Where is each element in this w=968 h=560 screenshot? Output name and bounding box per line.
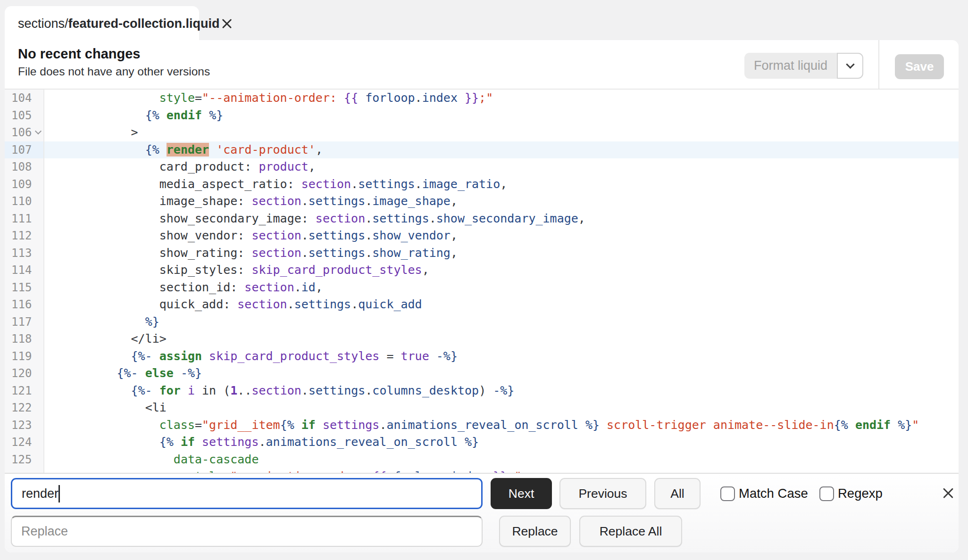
- code-line[interactable]: 107 {% render 'card-product',: [5, 141, 959, 159]
- code-line[interactable]: 105 {% endif %}: [5, 107, 959, 124]
- format-liquid-dropdown-button[interactable]: [837, 53, 863, 79]
- code-line[interactable]: 114 skip_styles: skip_card_product_style…: [5, 262, 959, 279]
- line-number: 117: [5, 313, 44, 331]
- code-line[interactable]: 120 {%- else -%}: [5, 365, 959, 382]
- code-line[interactable]: style="--animation-order: {{ forloop.ind…: [5, 468, 959, 473]
- next-button[interactable]: Next: [491, 478, 552, 509]
- find-replace-panel: Next Previous All Match Case Regexp Repl…: [5, 473, 959, 552]
- code-line-content[interactable]: {% render 'card-product',: [44, 141, 959, 159]
- code-line-content[interactable]: {%- for i in (1..section.settings.column…: [44, 382, 959, 400]
- replace-all-button[interactable]: Replace All: [579, 516, 682, 547]
- line-number: 125: [5, 451, 44, 469]
- line-number: 108: [5, 158, 44, 176]
- replace-input-wrap: [11, 516, 483, 547]
- line-number: 116: [5, 296, 44, 313]
- text-cursor: [58, 485, 60, 502]
- replace-input[interactable]: [11, 516, 483, 547]
- line-number: 106: [5, 124, 44, 141]
- line-number: [5, 468, 44, 473]
- code-line-content[interactable]: image_shape: section.settings.image_shap…: [44, 193, 959, 210]
- code-line[interactable]: 123 class="grid__item{% if settings.anim…: [5, 417, 959, 434]
- close-icon: [941, 486, 955, 500]
- match-case-checkbox[interactable]: [720, 486, 735, 501]
- code-line-content[interactable]: media_aspect_ratio: section.settings.ima…: [44, 176, 959, 193]
- save-button[interactable]: Save: [895, 54, 944, 79]
- code-line-content[interactable]: quick_add: section.settings.quick_add: [44, 296, 959, 313]
- code-line[interactable]: 112 show_vendor: section.settings.show_v…: [5, 227, 959, 245]
- search-input-wrap: [11, 478, 483, 509]
- code-line[interactable]: 108 card_product: product,: [5, 158, 959, 176]
- code-lines: 104 style="--animation-order: {{ forloop…: [5, 90, 959, 473]
- line-number: 120: [5, 365, 44, 382]
- line-number: 122: [5, 399, 44, 417]
- code-line[interactable]: 118 </li>: [5, 330, 959, 348]
- code-line[interactable]: 104 style="--animation-order: {{ forloop…: [5, 90, 959, 107]
- search-input[interactable]: [11, 478, 483, 509]
- line-number: 107: [5, 141, 44, 159]
- code-line-content[interactable]: {% if settings.animations_reveal_on_scro…: [44, 434, 959, 451]
- all-button[interactable]: All: [654, 478, 701, 509]
- previous-button[interactable]: Previous: [559, 478, 646, 509]
- line-number: 115: [5, 279, 44, 296]
- line-number: 111: [5, 210, 44, 228]
- code-line-content[interactable]: show_rating: section.settings.show_ratin…: [44, 245, 959, 262]
- regexp-label: Regexp: [838, 486, 883, 501]
- line-number: 121: [5, 382, 44, 400]
- code-line[interactable]: 116 quick_add: section.settings.quick_ad…: [5, 296, 959, 313]
- code-line-content[interactable]: {%- assign skip_card_product_styles = tr…: [44, 348, 959, 365]
- code-line[interactable]: 110 image_shape: section.settings.image_…: [5, 193, 959, 210]
- code-line-content[interactable]: {%- else -%}: [44, 365, 959, 382]
- header-divider: [878, 40, 879, 89]
- match-case-label: Match Case: [739, 486, 808, 501]
- regexp-option: Regexp: [819, 486, 883, 501]
- code-line-content[interactable]: skip_styles: skip_card_product_styles,: [44, 262, 959, 279]
- code-line-content[interactable]: <li: [44, 399, 959, 417]
- line-number: 118: [5, 330, 44, 348]
- code-line[interactable]: 109 media_aspect_ratio: section.settings…: [5, 176, 959, 193]
- search-panel-close[interactable]: [941, 486, 955, 500]
- line-number: 105: [5, 107, 44, 124]
- code-line-content[interactable]: {% endif %}: [44, 107, 959, 124]
- code-line[interactable]: 124 {% if settings.animations_reveal_on_…: [5, 434, 959, 451]
- line-number: 123: [5, 417, 44, 434]
- code-line-content[interactable]: class="grid__item{% if settings.animatio…: [44, 417, 959, 434]
- code-line[interactable]: 117 %}: [5, 313, 959, 331]
- code-line[interactable]: 119 {%- assign skip_card_product_styles …: [5, 348, 959, 365]
- chevron-down-icon: [846, 60, 854, 68]
- code-line-content[interactable]: show_vendor: section.settings.show_vendo…: [44, 227, 959, 245]
- code-line[interactable]: 125 data-cascade: [5, 451, 959, 469]
- file-tab-title: sections/featured-collection.liquid: [18, 16, 220, 31]
- code-line-content[interactable]: style="--animation-order: {{ forloop.ind…: [44, 468, 959, 473]
- line-number: 119: [5, 348, 44, 365]
- file-tab[interactable]: sections/featured-collection.liquid: [5, 6, 199, 41]
- fold-chevron-icon[interactable]: [35, 128, 42, 134]
- match-case-option: Match Case: [720, 486, 808, 501]
- line-number: 109: [5, 176, 44, 193]
- format-liquid-split-button: Format liquid: [744, 53, 863, 79]
- regexp-checkbox[interactable]: [819, 486, 834, 501]
- code-line[interactable]: 106 >: [5, 124, 959, 141]
- code-line-content[interactable]: >: [44, 124, 959, 141]
- format-liquid-button[interactable]: Format liquid: [744, 53, 837, 79]
- code-line-content[interactable]: style="--animation-order: {{ forloop.ind…: [44, 90, 959, 107]
- line-number: 124: [5, 434, 44, 451]
- line-number: 104: [5, 90, 44, 107]
- code-line[interactable]: 121 {%- for i in (1..section.settings.co…: [5, 382, 959, 400]
- code-line[interactable]: 111 show_secondary_image: section.settin…: [5, 210, 959, 228]
- code-line-content[interactable]: </li>: [44, 330, 959, 348]
- code-line-content[interactable]: section_id: section.id,: [44, 279, 959, 296]
- line-number: 112: [5, 227, 44, 245]
- editor-header: No recent changes File does not have any…: [5, 40, 959, 90]
- replace-button[interactable]: Replace: [499, 516, 571, 547]
- close-icon[interactable]: [220, 16, 234, 31]
- code-line-content[interactable]: %}: [44, 313, 959, 331]
- code-line-content[interactable]: card_product: product,: [44, 158, 959, 176]
- code-line-content[interactable]: data-cascade: [44, 451, 959, 469]
- code-line[interactable]: 115 section_id: section.id,: [5, 279, 959, 296]
- code-editor[interactable]: 104 style="--animation-order: {{ forloop…: [5, 90, 959, 473]
- line-number: 114: [5, 262, 44, 279]
- line-number: 113: [5, 245, 44, 262]
- code-line[interactable]: 113 show_rating: section.settings.show_r…: [5, 245, 959, 262]
- code-line[interactable]: 122 <li: [5, 399, 959, 417]
- code-line-content[interactable]: show_secondary_image: section.settings.s…: [44, 210, 959, 228]
